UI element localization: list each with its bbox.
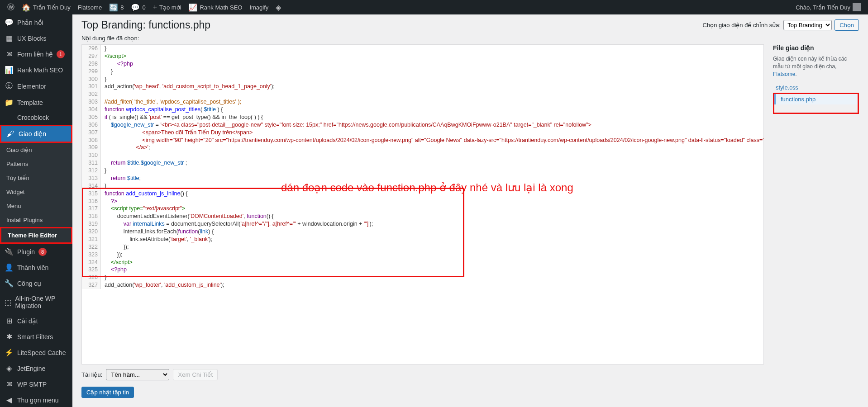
- code-line[interactable]: </a>';: [101, 144, 763, 151]
- code-line[interactable]: internalLinks.forEach(function(link) {: [101, 228, 763, 236]
- submenu-item-patterns[interactable]: Patterns: [0, 157, 72, 171]
- code-line[interactable]: $google_new_str = '<br><a class="post-de…: [101, 121, 763, 129]
- user-greeting[interactable]: Chào, Trần Tiến Duy: [792, 0, 864, 14]
- home-icon: 🏠: [22, 3, 31, 12]
- sidebar-item-rank-math-seo[interactable]: 📊Rank Math SEO: [0, 62, 72, 78]
- line-number: 323: [82, 251, 101, 259]
- sidebar-item-smart-filters[interactable]: ✱Smart Filters: [0, 329, 72, 345]
- theme-switch[interactable]: Flatsome: [74, 0, 105, 14]
- function-select[interactable]: Tên hàm...: [106, 369, 169, 380]
- code-line[interactable]: return $title.$google_new_str ;: [101, 159, 763, 167]
- menu-icon: 🔌: [5, 247, 14, 256]
- code-line[interactable]: });: [101, 251, 763, 259]
- file-item-functions-php[interactable]: functions.php: [774, 94, 858, 104]
- comments-link[interactable]: 💬0: [127, 0, 149, 14]
- submenu-item-giao-diện[interactable]: Giao diện: [0, 143, 72, 157]
- sidebar-item-thu-gọn-menu[interactable]: ◀Thu gọn menu: [0, 392, 72, 407]
- code-line[interactable]: <?php: [101, 266, 763, 274]
- imagify-link[interactable]: Imagify: [246, 0, 272, 14]
- code-line[interactable]: //add_filter( 'the_title', 'wpdocs_capit…: [101, 98, 763, 106]
- sidebar-item-all-in-one-wp-migration[interactable]: ⬚All-in-One WP Migration: [0, 291, 72, 313]
- sidebar-item-thành-viên[interactable]: 👤Thành viên: [0, 260, 72, 275]
- sidebar-item-jetengine[interactable]: ◈JetEngine: [0, 360, 72, 376]
- code-line[interactable]: ?>: [101, 198, 763, 205]
- menu-icon: 🖌: [6, 130, 15, 138]
- menu-icon: ✱: [5, 332, 14, 341]
- site-link[interactable]: 🏠Trần Tiến Duy: [18, 0, 74, 14]
- menu-icon: 💬: [5, 18, 14, 27]
- code-line[interactable]: add_action('wp_head', 'add_custom_script…: [101, 83, 763, 90]
- code-line[interactable]: var internalLinks = document.querySelect…: [101, 220, 763, 228]
- sidebar-item-công-cụ[interactable]: 🔧Công cụ: [0, 275, 72, 291]
- code-line[interactable]: }: [101, 76, 763, 83]
- code-line[interactable]: return $title;: [101, 175, 763, 182]
- code-line[interactable]: </script>: [101, 259, 763, 266]
- code-line[interactable]: }: [101, 167, 763, 175]
- plus-icon: +: [153, 3, 157, 11]
- code-line[interactable]: if ( is_single() && 'post' == get_post_t…: [101, 114, 763, 121]
- code-line[interactable]: }: [101, 182, 763, 190]
- file-item-style-css[interactable]: style.css: [773, 82, 859, 93]
- code-line[interactable]: <span>Theo dõi Trần Tiến Duy trên</span>: [101, 129, 763, 137]
- admin-sidebar: 💬Phản hồi▦UX Blocks✉Form liên hệ1📊Rank M…: [0, 14, 72, 407]
- update-file-button[interactable]: Cập nhật tập tin: [81, 387, 134, 398]
- sidebar-item-form-liên-hệ[interactable]: ✉Form liên hệ1: [0, 46, 72, 62]
- code-line[interactable]: add_action('wp_footer', 'add_custom_js_i…: [101, 281, 763, 289]
- submenu-item-menu[interactable]: Menu: [0, 199, 72, 213]
- sidebar-item-plugin[interactable]: 🔌Plugin8: [0, 244, 72, 260]
- code-line[interactable]: }: [101, 274, 763, 281]
- code-line[interactable]: [101, 151, 763, 159]
- sidebar-item-giao-diện[interactable]: 🖌Giao diện: [0, 125, 72, 143]
- code-editor[interactable]: 296}297</script>298 <?php299 }300}301add…: [81, 44, 764, 364]
- code-line[interactable]: }: [101, 68, 763, 76]
- line-number: 300: [82, 76, 101, 83]
- filelist-note: Giao diện con này kế thừa các mẫu từ một…: [773, 55, 859, 78]
- parent-theme-link[interactable]: Flatsome: [773, 71, 795, 77]
- code-line[interactable]: <?php: [101, 60, 763, 68]
- sidebar-item-ux-blocks[interactable]: ▦UX Blocks: [0, 30, 72, 46]
- code-line[interactable]: function wpdocs_capitalise_post_titles( …: [101, 106, 763, 114]
- line-number: 327: [82, 281, 101, 289]
- sidebar-item-litespeed-cache[interactable]: ⚡LiteSpeed Cache: [0, 345, 72, 360]
- line-number: 322: [82, 243, 101, 251]
- code-line[interactable]: [101, 90, 763, 98]
- line-number: 325: [82, 266, 101, 274]
- code-line[interactable]: }: [101, 45, 763, 52]
- sidebar-item-template[interactable]: 📁Template: [0, 95, 72, 110]
- wp-logo[interactable]: ⓦ: [4, 0, 18, 14]
- line-number: 306: [82, 121, 101, 129]
- rankmath-link[interactable]: 📈Rank Math SEO: [185, 0, 246, 14]
- submenu-item-install-plugins[interactable]: Install Plugins: [0, 213, 72, 227]
- file-list-panel: File giao diện Giao diện con này kế thừa…: [773, 44, 859, 398]
- code-line[interactable]: <img width="90" height="20" src="https:/…: [101, 137, 764, 144]
- submenu-item-widget[interactable]: Widget: [0, 185, 72, 199]
- line-number: 313: [82, 175, 101, 182]
- code-line[interactable]: </script>: [101, 52, 763, 60]
- sidebar-item-cài-đặt[interactable]: ⊞Cài đặt: [0, 313, 72, 329]
- code-line[interactable]: });: [101, 243, 763, 251]
- updates-link[interactable]: 🔄8: [105, 0, 127, 14]
- submenu-item-theme-file-editor[interactable]: Theme File Editor: [0, 227, 72, 244]
- line-number: 307: [82, 129, 101, 137]
- line-number: 312: [82, 167, 101, 175]
- menu-icon: ✉: [5, 380, 14, 388]
- line-number: 303: [82, 98, 101, 106]
- code-line[interactable]: function add_custom_js_inline() {: [101, 190, 763, 198]
- sidebar-item-phản-hồi[interactable]: 💬Phản hồi: [0, 14, 72, 30]
- theme-select[interactable]: Top Branding: [783, 20, 832, 30]
- sidebar-item-crocoblock[interactable]: Crocoblock: [0, 110, 72, 125]
- choose-button[interactable]: Chọn: [835, 19, 859, 31]
- sidebar-item-elementor[interactable]: ⒺElementor: [0, 78, 72, 95]
- view-detail-button[interactable]: Xem Chi Tiết: [173, 369, 218, 380]
- code-line[interactable]: link.setAttribute('target', '_blank');: [101, 236, 763, 243]
- sidebar-item-wp-smtp[interactable]: ✉WP SMTP: [0, 376, 72, 392]
- line-number: 326: [82, 274, 101, 281]
- new-content[interactable]: +Tạo mới: [149, 0, 185, 14]
- code-line[interactable]: <script type="text/javascript">: [101, 205, 763, 213]
- line-number: 298: [82, 60, 101, 68]
- code-line[interactable]: document.addEventListener('DOMContentLoa…: [101, 213, 763, 220]
- submenu-item-tùy-biến[interactable]: Tùy biến: [0, 171, 72, 185]
- extra-link[interactable]: ◈: [272, 0, 285, 14]
- menu-icon: 📁: [5, 98, 14, 107]
- line-number: 316: [82, 198, 101, 205]
